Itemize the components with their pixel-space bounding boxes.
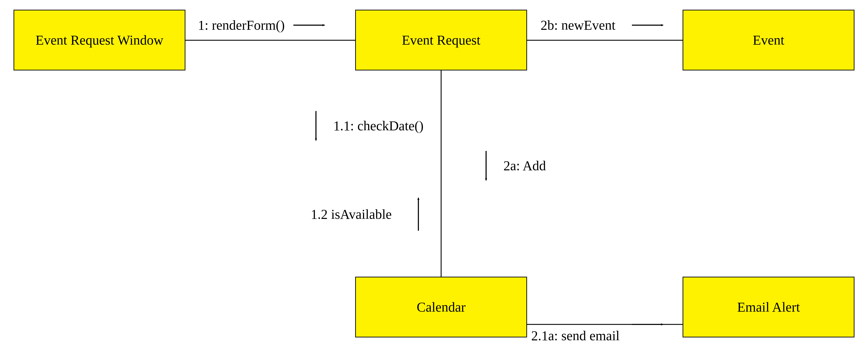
node-label: Event Request — [402, 32, 480, 48]
node-email-alert: Email Alert — [683, 277, 855, 338]
label-checkdate: 1.1: checkDate() — [333, 118, 424, 134]
diagram-canvas: Event Request Window Event Request Event… — [0, 0, 868, 348]
node-calendar: Calendar — [355, 277, 527, 338]
node-label: Event — [753, 32, 784, 48]
label-add: 2a: Add — [503, 158, 546, 173]
label-isavailable: 1.2 isAvailable — [311, 207, 392, 222]
node-label: Event Request Window — [36, 32, 163, 48]
node-label: Email Alert — [737, 299, 800, 315]
label-sendemail: 2.1a: send email — [531, 328, 620, 344]
label-newevent: 2b: newEvent — [540, 17, 615, 33]
node-label: Calendar — [416, 299, 466, 315]
node-event-request-window: Event Request Window — [13, 10, 185, 70]
node-event: Event — [683, 10, 855, 70]
node-event-request: Event Request — [355, 10, 527, 70]
label-renderform: 1: renderForm() — [198, 17, 285, 33]
